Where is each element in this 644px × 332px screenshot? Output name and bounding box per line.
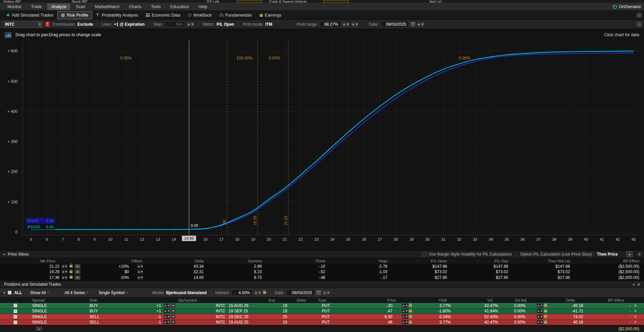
row-checkbox[interactable]: ✓ bbox=[14, 315, 17, 318]
menu-education[interactable]: Education bbox=[166, 3, 193, 10]
menu-scan[interactable]: Scan bbox=[72, 3, 89, 10]
offset-stepper[interactable] bbox=[137, 276, 143, 280]
menu-analyze[interactable]: Analyze bbox=[47, 3, 70, 10]
side-cell[interactable]: BUY bbox=[81, 303, 145, 308]
price-slice-row[interactable]: 17.36%-10%14.009.73-.48-.17$27.85$27.85$… bbox=[0, 275, 644, 281]
metric-setting[interactable]: Metric: P/L Open bbox=[203, 22, 234, 27]
exp-cell[interactable]: 15 AUG 25 bbox=[228, 303, 282, 308]
subtab-probability-analysis[interactable]: Probability Analysis bbox=[93, 11, 142, 19]
remove-row-button[interactable]: × bbox=[634, 315, 637, 319]
col-vol-adj[interactable]: Vol Adj bbox=[503, 298, 537, 302]
vol-cell[interactable]: 42.47% bbox=[458, 303, 503, 308]
price-slices-menu-icon[interactable]: ≡ bbox=[638, 252, 641, 257]
exp-cell[interactable]: 19 SEP 25 bbox=[228, 309, 282, 313]
offset-mode-badge[interactable]: $ bbox=[75, 270, 80, 274]
col-vega[interactable]: Vega bbox=[326, 259, 388, 263]
prob-mode-setting[interactable]: Prob mode: ITM bbox=[243, 22, 273, 27]
calendar-icon[interactable] bbox=[410, 22, 415, 27]
col-theta[interactable]: Theta bbox=[262, 259, 326, 263]
col-qty[interactable]: Qty bbox=[145, 298, 184, 302]
spread-cell[interactable]: SINGLE bbox=[24, 314, 81, 319]
qty-dropdown[interactable] bbox=[171, 304, 175, 308]
panel-grid-icon[interactable] bbox=[637, 13, 641, 17]
vol-adj-cell[interactable]: 0.00% bbox=[503, 303, 537, 308]
col-strike[interactable]: Strike bbox=[282, 298, 309, 302]
subtab-risk-profile[interactable]: Risk Profile bbox=[58, 11, 92, 19]
price-cell[interactable]: 6.30 bbox=[339, 314, 402, 319]
calc-mode-value[interactable]: Theo Price bbox=[597, 252, 617, 257]
col-p-l-day[interactable]: P/L Day bbox=[448, 259, 509, 263]
type-cell[interactable]: PUT bbox=[309, 309, 339, 313]
vol-adj-cell[interactable]: 0.00% bbox=[503, 320, 537, 325]
price-slice-row[interactable]: 21.22%+10%43.342.99-.10-2.78$147.68$147.… bbox=[0, 264, 644, 269]
col-stk-price[interactable]: Stk Price bbox=[0, 259, 81, 263]
vol-adj-stepper[interactable] bbox=[537, 309, 543, 313]
positions-date-stepper[interactable] bbox=[323, 290, 330, 295]
col-theo-net-liq[interactable]: Theo Net Liq bbox=[509, 259, 571, 263]
collapse-chevron-icon[interactable]: ▾ bbox=[3, 291, 5, 294]
row-checkbox[interactable]: ✓ bbox=[14, 309, 17, 313]
chevron-down-icon[interactable] bbox=[37, 21, 42, 27]
menu-monitor[interactable]: Monitor bbox=[3, 3, 26, 10]
spread-cell[interactable]: SINGLE bbox=[24, 320, 81, 325]
strike-cell[interactable]: 19 bbox=[282, 320, 309, 325]
model-setting[interactable]: Model: Bjerksund-Stensland bbox=[152, 290, 207, 295]
col-price[interactable]: Price bbox=[339, 298, 402, 302]
price-stepper[interactable] bbox=[402, 320, 408, 324]
price-slice-row[interactable]: 19.29$$032.318.23-.52-1.03$73.02$73.02$7… bbox=[0, 269, 644, 275]
col-offset[interactable]: Offset bbox=[81, 259, 145, 263]
col-delta[interactable]: Delta bbox=[145, 259, 204, 263]
series-dropdown[interactable]: All 4 Series bbox=[65, 290, 88, 295]
interest-lock-icon[interactable] bbox=[263, 291, 266, 294]
price-stepper[interactable] bbox=[402, 309, 408, 313]
date-stepper[interactable] bbox=[417, 22, 424, 27]
date-input[interactable]: 08/03/2025 bbox=[380, 21, 409, 27]
prob-range-stepper[interactable] bbox=[342, 22, 350, 27]
panel-grid-icon[interactable] bbox=[637, 22, 641, 26]
vol-adj-stepper[interactable] bbox=[537, 304, 543, 308]
collapse-chevron-icon[interactable]: ▾ bbox=[3, 253, 5, 256]
add-price-slice-button[interactable]: + bbox=[626, 251, 633, 257]
positions-menu-icon[interactable]: ≡ bbox=[637, 282, 640, 287]
menu-trade[interactable]: Trade bbox=[27, 3, 46, 10]
collapse-row-button[interactable]: - bbox=[629, 309, 631, 313]
col-symbol[interactable]: Symbol bbox=[184, 298, 228, 302]
menu-charts[interactable]: Charts bbox=[125, 3, 146, 10]
col-vol[interactable]: Vol bbox=[458, 298, 503, 302]
collapse-row-button[interactable]: - bbox=[629, 320, 631, 324]
positions-date-input[interactable]: 08/03/2025 bbox=[286, 289, 314, 296]
type-cell[interactable]: PUT bbox=[309, 320, 339, 325]
slice-price-stepper[interactable] bbox=[61, 276, 68, 280]
price-cell[interactable]: .46 bbox=[339, 320, 402, 325]
vol-adj-lock-icon[interactable] bbox=[544, 315, 547, 318]
vol-adj-stepper[interactable] bbox=[537, 320, 543, 324]
step-stepper[interactable] bbox=[187, 22, 194, 27]
col-spread[interactable]: Spread bbox=[24, 298, 81, 302]
symbol-mode-dropdown[interactable]: Single Symbol bbox=[99, 290, 128, 295]
commission-setting[interactable]: Commission: Exclude bbox=[52, 22, 93, 27]
col-gamma[interactable]: Gamma bbox=[204, 259, 262, 263]
subtab-thinkback[interactable]: thinkBack bbox=[185, 11, 215, 19]
step-input[interactable]: N/A bbox=[164, 21, 185, 27]
strike-cell[interactable]: 19 bbox=[282, 309, 309, 313]
qty-stepper[interactable] bbox=[164, 320, 170, 324]
all-checkbox[interactable]: ✓ bbox=[8, 291, 11, 294]
subtab-add-simulated-trades[interactable]: Add Simulated Trades bbox=[3, 11, 57, 19]
risk-profile-chart[interactable]: 0+ 100+ 200+ 300+ 400+ 500+ 600567891011… bbox=[0, 41, 644, 250]
prob-range-stepper-2[interactable] bbox=[351, 22, 359, 27]
spread-cell[interactable]: SINGLE bbox=[24, 309, 81, 313]
slice-lock-icon[interactable] bbox=[70, 265, 73, 267]
col-delta[interactable]: Delta bbox=[554, 298, 598, 302]
col-exp[interactable]: Exp bbox=[228, 298, 282, 302]
qty-stepper[interactable] bbox=[164, 315, 170, 319]
position-row[interactable]: ✓SINGLEBUY+1INTC19 SEP 2519PUT.47-1.80%4… bbox=[0, 309, 644, 314]
qty-dropdown[interactable] bbox=[171, 320, 175, 324]
spread-cell[interactable]: SINGLE bbox=[24, 303, 81, 308]
ondemand-control[interactable]: OnDemand bbox=[613, 4, 641, 9]
calendar-icon[interactable] bbox=[316, 290, 321, 295]
slice-lock-icon[interactable] bbox=[70, 276, 73, 279]
vol-adj-lock-icon[interactable] bbox=[544, 321, 547, 324]
price-stepper[interactable] bbox=[402, 315, 408, 319]
position-row[interactable]: ✓SINGLESELL-1INTC15 AUG 2519PUT.463.77%4… bbox=[0, 320, 644, 326]
qty-stepper[interactable] bbox=[164, 304, 170, 308]
